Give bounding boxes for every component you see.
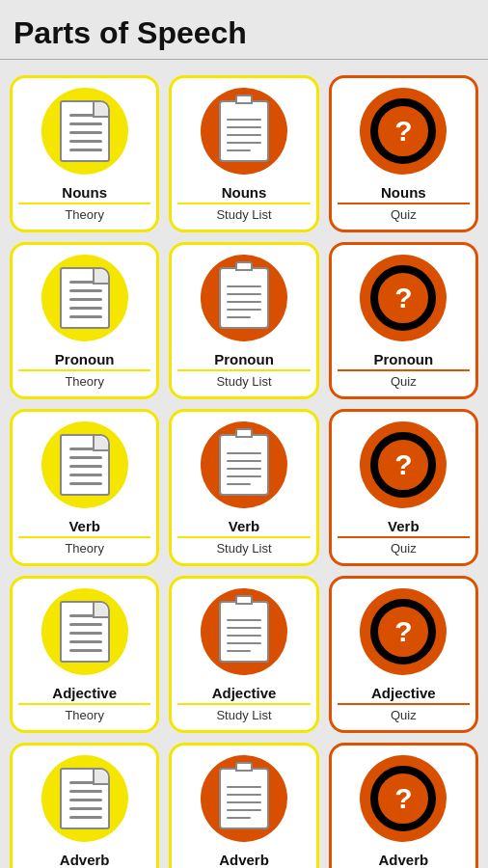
card-adverb-studylist[interactable]: AdverbStudy List <box>169 743 318 868</box>
card-label-adverb-theory: Adverb <box>60 852 110 868</box>
card-sublabel-verb-quiz: Quiz <box>338 536 470 556</box>
card-verb-quiz[interactable]: ?VerbQuiz <box>329 409 478 566</box>
page-title: Parts of Speech <box>0 0 488 59</box>
card-adverb-quiz[interactable]: ?AdverbQuiz <box>329 743 478 868</box>
card-label-verb-theory: Verb <box>68 518 100 534</box>
card-label-adverb-studylist: Adverb <box>219 852 269 868</box>
card-adjective-quiz[interactable]: ?AdjectiveQuiz <box>329 576 478 733</box>
title-divider <box>0 59 488 60</box>
card-label-nouns-studylist: Nouns <box>222 184 267 201</box>
card-sublabel-adjective-theory: Theory <box>18 703 150 722</box>
card-label-verb-quiz: Verb <box>388 518 420 534</box>
card-sublabel-pronoun-quiz: Quiz <box>338 369 470 389</box>
card-label-adjective-theory: Adjective <box>52 685 117 701</box>
card-grid: NounsTheoryNounsStudy List?NounsQuizPron… <box>0 69 488 868</box>
card-nouns-quiz[interactable]: ?NounsQuiz <box>329 75 478 232</box>
card-sublabel-pronoun-studylist: Study List <box>177 369 310 389</box>
card-label-pronoun-quiz: Pronoun <box>373 351 433 367</box>
card-sublabel-verb-studylist: Study List <box>177 536 310 556</box>
card-label-verb-studylist: Verb <box>229 518 260 534</box>
card-verb-studylist[interactable]: VerbStudy List <box>169 409 318 566</box>
card-sublabel-nouns-studylist: Study List <box>177 203 310 222</box>
card-pronoun-theory[interactable]: PronounTheory <box>10 242 159 399</box>
card-nouns-studylist[interactable]: NounsStudy List <box>169 75 318 232</box>
card-sublabel-verb-theory: Theory <box>18 536 150 556</box>
card-sublabel-nouns-quiz: Quiz <box>338 203 470 222</box>
card-label-adverb-quiz: Adverb <box>378 852 428 868</box>
card-sublabel-pronoun-theory: Theory <box>18 369 150 389</box>
card-sublabel-adjective-studylist: Study List <box>177 703 310 722</box>
card-nouns-theory[interactable]: NounsTheory <box>10 75 159 232</box>
card-label-nouns-theory: Nouns <box>62 184 107 201</box>
card-label-adjective-studylist: Adjective <box>212 685 277 701</box>
card-label-pronoun-theory: Pronoun <box>55 351 115 367</box>
card-label-nouns-quiz: Nouns <box>381 184 426 201</box>
card-label-adjective-quiz: Adjective <box>371 685 436 701</box>
card-pronoun-quiz[interactable]: ?PronounQuiz <box>329 242 478 399</box>
card-sublabel-nouns-theory: Theory <box>18 203 150 222</box>
card-sublabel-adjective-quiz: Quiz <box>338 703 470 722</box>
card-label-pronoun-studylist: Pronoun <box>214 351 274 367</box>
card-adjective-theory[interactable]: AdjectiveTheory <box>10 576 159 733</box>
card-pronoun-studylist[interactable]: PronounStudy List <box>169 242 318 399</box>
card-adverb-theory[interactable]: AdverbTheory <box>10 743 159 868</box>
card-verb-theory[interactable]: VerbTheory <box>10 409 159 566</box>
card-adjective-studylist[interactable]: AdjectiveStudy List <box>169 576 318 733</box>
